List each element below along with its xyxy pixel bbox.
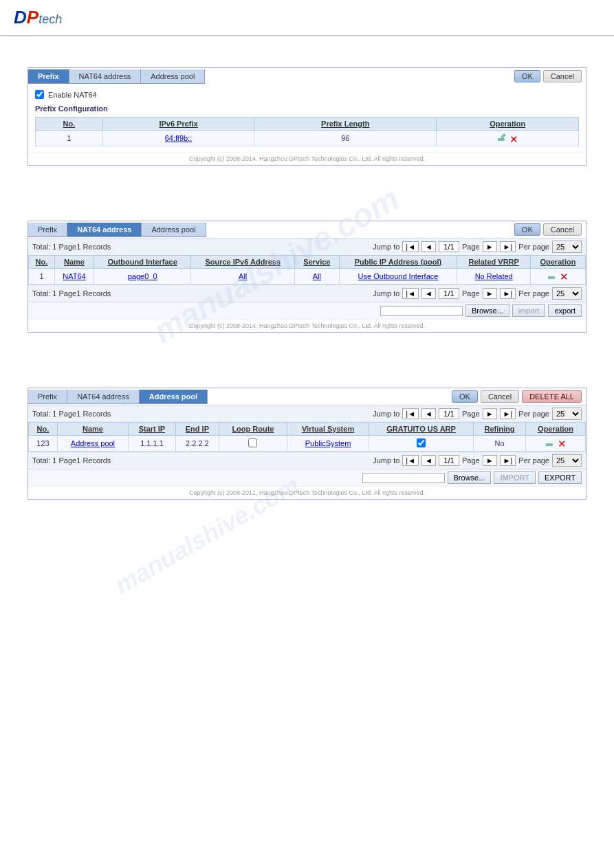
logo-tech: tech xyxy=(39,12,62,27)
nat64-name-link[interactable]: NAT64 xyxy=(63,272,85,280)
panel3-per-page-select-2[interactable]: 25 50 100 xyxy=(552,454,582,467)
panel3-next-btn-2[interactable]: ► xyxy=(483,455,497,466)
tab-address-pool-2[interactable]: Address pool xyxy=(142,223,206,236)
panel2-cancel-button[interactable]: Cancel xyxy=(543,223,582,236)
enable-nat64-checkbox[interactable] xyxy=(35,90,44,99)
panel2-page-input-2[interactable] xyxy=(439,288,459,299)
panel1-cancel-button[interactable]: Cancel xyxy=(543,70,582,82)
cell-ipv6-prefix: 64:ff9b:: xyxy=(102,131,254,146)
cell-refining: No xyxy=(474,436,526,452)
panel2-per-page-select-2[interactable]: 25 50 100 xyxy=(552,287,582,300)
col-source-ipv6: Source IPv6 Address xyxy=(191,256,295,269)
tab-nat64-address-1[interactable]: NAT64 address xyxy=(69,69,142,83)
virtual-system-link[interactable]: PublicSystem xyxy=(305,439,351,447)
panel3-first-btn-2[interactable]: |◄ xyxy=(402,455,419,466)
panel3-page-input[interactable] xyxy=(439,408,459,419)
table-row: 1 64:ff9b:: 96 xyxy=(36,131,579,146)
panel3-next-btn[interactable]: ► xyxy=(483,408,497,419)
source-ipv6-link[interactable]: All xyxy=(239,272,247,280)
panel3-jump-label: Jump to xyxy=(373,410,399,418)
panel3-delete-all-button[interactable]: DELETE ALL xyxy=(522,390,582,403)
cell-no: 1 xyxy=(36,131,103,146)
panel3-export-button[interactable]: EXPORT xyxy=(538,471,582,484)
panel3-cancel-button[interactable]: Cancel xyxy=(481,390,519,403)
tab-prefix-3[interactable]: Prefix xyxy=(28,390,67,403)
panel2-next-btn[interactable]: ► xyxy=(483,241,497,252)
svg-rect-1 xyxy=(501,133,506,139)
header: DP tech xyxy=(0,0,614,36)
panel2-browse-button[interactable]: Browse... xyxy=(465,304,509,317)
address-pool-name-link[interactable]: Address pool xyxy=(71,439,115,447)
panel2-total-label-2: Total: 1 Page1 Records xyxy=(32,289,111,298)
edit-svg-2 xyxy=(547,271,557,280)
panel3-jump-label-2: Jump to xyxy=(373,456,399,465)
panel2-tabs: Prefix NAT64 address Address pool xyxy=(28,223,206,237)
vrrp-link[interactable]: No Related xyxy=(475,272,513,280)
public-ip-link[interactable]: Use Outbound Interface xyxy=(358,272,439,280)
tab-address-pool-3[interactable]: Address pool xyxy=(140,390,208,403)
service-link[interactable]: All xyxy=(313,272,321,280)
panel2-first-btn[interactable]: |◄ xyxy=(402,241,419,252)
panel3-page-input-2[interactable] xyxy=(439,455,459,466)
delete-icon-2[interactable]: ✕ xyxy=(560,271,569,282)
tab-prefix-2[interactable]: Prefix xyxy=(28,223,67,236)
col-outbound-iface: Outbound Interface xyxy=(94,256,191,269)
tab-address-pool-1[interactable]: Address pool xyxy=(141,69,205,83)
edit-icon-2[interactable] xyxy=(547,271,557,282)
panel3-last-btn-2[interactable]: ►| xyxy=(500,455,516,466)
panel2-page-input[interactable] xyxy=(439,241,459,252)
panel2-actions: OK Cancel xyxy=(510,221,586,238)
gratuitous-arp-checkbox[interactable] xyxy=(417,438,426,447)
panel3-import-button[interactable]: IMPORT xyxy=(494,471,536,484)
panel2-last-btn[interactable]: ►| xyxy=(500,241,516,252)
panel2-next-btn-2[interactable]: ► xyxy=(483,288,497,299)
panel2-file-input[interactable] xyxy=(380,306,463,316)
delete-icon-3[interactable]: ✕ xyxy=(558,438,567,449)
panel2-prev-btn[interactable]: ◄ xyxy=(421,241,436,252)
panel2-page-label-2: Page xyxy=(462,289,480,298)
panel2-last-btn-2[interactable]: ►| xyxy=(500,288,516,299)
col-operation: Operation xyxy=(437,118,579,131)
panel3-last-btn[interactable]: ►| xyxy=(500,408,516,419)
cell-virtual-system: PublicSystem xyxy=(287,436,369,452)
panel3-pagination-bottom: Total: 1 Page1 Records Jump to |◄ ◄ Page… xyxy=(28,452,586,469)
cell-operation-3: ✕ xyxy=(526,436,586,452)
panel3-per-page-select[interactable]: 25 50 100 xyxy=(552,408,582,420)
panel2-per-page-select[interactable]: 25 50 100 xyxy=(552,241,582,253)
col-loop-route: Loop Route xyxy=(219,423,287,436)
panel3-file-input[interactable] xyxy=(362,473,445,483)
prefix-config-label: Prefix Configuration xyxy=(35,104,579,113)
cell-service: All xyxy=(295,269,339,285)
panel2-copyright: Copyright (c) 2008-2014, Hangzhou DPtech… xyxy=(28,319,586,332)
panel2: Prefix NAT64 address Address pool OK Can… xyxy=(28,221,586,333)
col-refining: Refining xyxy=(474,423,526,436)
edit-icon[interactable] xyxy=(497,133,507,144)
panel2-pagination-bottom: Total: 1 Page1 Records Jump to |◄ ◄ Page… xyxy=(28,285,586,302)
outbound-iface-link[interactable]: page0_0 xyxy=(128,272,157,280)
tab-nat64-address-2[interactable]: NAT64 address xyxy=(67,223,142,236)
panel2-prev-btn-2[interactable]: ◄ xyxy=(421,288,436,299)
panel3-first-btn[interactable]: |◄ xyxy=(402,408,419,419)
enable-nat64-label: Enable NAT64 xyxy=(48,91,97,99)
panel3-bottom-actions: Browse... IMPORT EXPORT xyxy=(28,469,586,486)
cell-prefix-length: 96 xyxy=(254,131,437,146)
tab-nat64-address-3[interactable]: NAT64 address xyxy=(67,390,140,403)
panel1-ok-button[interactable]: OK xyxy=(514,70,540,82)
edit-icon-3[interactable] xyxy=(545,438,555,449)
tab-prefix-1[interactable]: Prefix xyxy=(28,69,69,83)
cell-no-3: 123 xyxy=(29,436,58,452)
cell-name-3: Address pool xyxy=(57,436,128,452)
address-pool-table: No. Name Start IP End IP Loop Route Virt… xyxy=(28,422,586,452)
ipv6-prefix-link[interactable]: 64:ff9b:: xyxy=(165,134,193,142)
panel3-ok-button[interactable]: OK xyxy=(452,390,478,403)
panel2-export-button[interactable]: export xyxy=(548,304,582,317)
logo: DP tech xyxy=(14,7,600,28)
panel3-prev-btn-2[interactable]: ◄ xyxy=(421,455,436,466)
panel2-ok-button[interactable]: OK xyxy=(514,223,540,236)
panel2-first-btn-2[interactable]: |◄ xyxy=(402,288,419,299)
panel2-import-button[interactable]: import xyxy=(512,304,546,317)
panel3-browse-button[interactable]: Browse... xyxy=(448,471,492,484)
delete-icon[interactable]: ✕ xyxy=(509,134,518,142)
panel3-prev-btn[interactable]: ◄ xyxy=(421,408,436,419)
loop-route-checkbox[interactable] xyxy=(248,438,257,447)
